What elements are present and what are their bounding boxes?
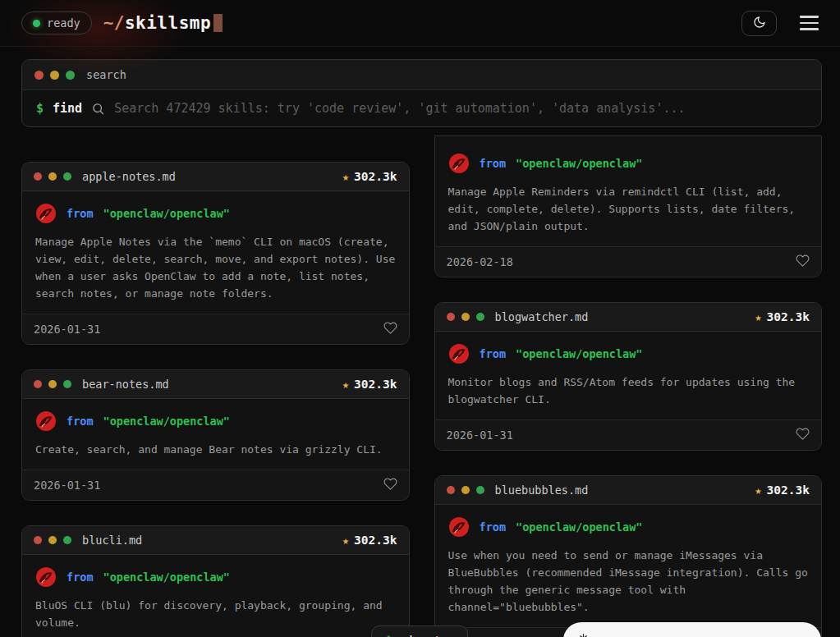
- skill-description: BluOS CLI (blu) for discovery, playback,…: [35, 597, 396, 631]
- star-icon: ★: [342, 378, 349, 391]
- skills-grid: apple-notes.md★302.3kfrom"openclaw/openc…: [21, 135, 822, 637]
- source-repo: "openclaw/openclaw": [516, 347, 642, 360]
- source-row: from"openclaw/openclaw": [448, 516, 809, 538]
- skill-filename: blucli.md: [82, 534, 142, 547]
- moon-icon: [753, 16, 766, 31]
- skill-card[interactable]: bluebubbles.md★302.3kfrom"openclaw/openc…: [434, 475, 823, 637]
- favorite-button[interactable]: [383, 477, 397, 493]
- scroll-to-top-button[interactable]: $ cd ↑ top: [371, 626, 468, 637]
- assistant-widget[interactable]: [563, 622, 821, 637]
- minimize-dot-icon: [48, 380, 57, 388]
- shell-prompt: $: [385, 634, 392, 637]
- search-terminal-window: search $ find: [21, 59, 822, 127]
- skill-card[interactable]: bear-notes.md★302.3kfrom"openclaw/opencl…: [21, 369, 410, 501]
- traffic-lights: [34, 71, 75, 80]
- star-count: ★302.3k: [342, 378, 397, 391]
- search-window-titlebar: search: [22, 60, 821, 90]
- skill-description: Monitor blogs and RSS/Atom feeds for upd…: [448, 373, 809, 408]
- skill-card-body: from"openclaw/openclaw"Use when you need…: [435, 505, 822, 627]
- skill-card-header: blogwatcher.md★302.3k: [435, 303, 822, 332]
- skill-filename: bluebubbles.md: [495, 483, 589, 497]
- source-repo: "openclaw/openclaw": [516, 520, 642, 534]
- star-count: ★302.3k: [755, 310, 810, 323]
- star-count: ★302.3k: [342, 170, 397, 183]
- search-input-row: $ find: [22, 90, 821, 126]
- skill-card-footer: 2026-01-31: [22, 314, 409, 344]
- status-badge: ready: [21, 11, 92, 34]
- skill-card[interactable]: blucli.md★302.3kfrom"openclaw/openclaw"B…: [21, 525, 410, 637]
- skill-card-header: apple-notes.md★302.3k: [22, 163, 409, 191]
- favorite-button[interactable]: [383, 321, 397, 337]
- star-icon: ★: [342, 534, 349, 547]
- close-dot-icon: [34, 536, 42, 544]
- skill-card-footer: 2026-01-31: [22, 470, 409, 500]
- skill-card-body: from"openclaw/openclaw"Manage Apple Note…: [22, 191, 409, 314]
- search-window-title: search: [86, 68, 126, 81]
- traffic-lights: [34, 536, 71, 544]
- skill-card-body: from"openclaw/openclaw"Create, search, a…: [22, 399, 409, 470]
- header-actions: [741, 11, 819, 36]
- close-dot-icon: [34, 71, 44, 80]
- source-row: from"openclaw/openclaw": [35, 410, 396, 432]
- skill-card-header: bluebubbles.md★302.3k: [435, 476, 822, 505]
- skill-filename: bear-notes.md: [82, 378, 169, 391]
- favorite-button[interactable]: [796, 427, 810, 443]
- terminal-cursor: [213, 14, 223, 32]
- traffic-lights: [34, 380, 71, 388]
- skill-card[interactable]: apple-notes.md★302.3kfrom"openclaw/openc…: [21, 162, 410, 345]
- traffic-lights: [447, 486, 484, 494]
- minimize-dot-icon: [50, 71, 59, 80]
- openclaw-avatar-icon: [448, 153, 470, 174]
- heart-icon: [796, 254, 810, 270]
- source-row: from"openclaw/openclaw": [448, 153, 809, 174]
- skill-description: Manage Apple Notes via the `memo` CLI on…: [35, 233, 396, 302]
- skill-card-body: from"openclaw/openclaw"Manage Apple Remi…: [435, 136, 822, 246]
- close-dot-icon: [447, 486, 455, 494]
- skill-filename: blogwatcher.md: [495, 310, 589, 323]
- openclaw-avatar-icon: [35, 566, 57, 588]
- theme-toggle-button[interactable]: [741, 11, 777, 36]
- traffic-lights: [34, 172, 71, 181]
- claw-widget-icon: [578, 631, 589, 637]
- heart-icon: [383, 477, 397, 493]
- find-command-label: find: [53, 101, 82, 116]
- source-row: from"openclaw/openclaw": [35, 203, 396, 224]
- skill-card-footer: 2026-01-31: [435, 419, 822, 450]
- favorite-button[interactable]: [796, 254, 810, 270]
- status-dot-icon: [33, 20, 40, 27]
- from-label: from: [67, 415, 94, 428]
- search-input[interactable]: [114, 101, 807, 116]
- top-bar: ready ~/skillsmp: [0, 0, 840, 47]
- openclaw-avatar-icon: [448, 343, 470, 364]
- heart-icon: [796, 427, 810, 443]
- source-row: from"openclaw/openclaw": [448, 343, 809, 364]
- title-name: skillsmp: [125, 13, 211, 33]
- from-label: from: [480, 347, 507, 360]
- skill-card-body: from"openclaw/openclaw"Monitor blogs and…: [435, 332, 822, 419]
- openclaw-avatar-icon: [448, 516, 470, 538]
- skill-card[interactable]: blogwatcher.md★302.3kfrom"openclaw/openc…: [434, 302, 823, 451]
- hamburger-icon: [800, 16, 819, 18]
- page-title: ~/skillsmp: [103, 13, 223, 33]
- title-prefix: ~/: [103, 13, 125, 33]
- minimize-dot-icon: [48, 172, 57, 181]
- from-label: from: [480, 157, 507, 170]
- grid-column-right: from"openclaw/openclaw"Manage Apple Remi…: [434, 135, 823, 637]
- hamburger-menu-button[interactable]: [800, 16, 819, 30]
- status-label: ready: [47, 16, 80, 30]
- skill-date: 2026-01-31: [34, 479, 100, 492]
- maximize-dot-icon: [63, 172, 71, 181]
- skill-description: Manage Apple Reminders via remindctl CLI…: [448, 183, 809, 235]
- star-count: ★302.3k: [755, 483, 810, 497]
- source-repo: "openclaw/openclaw": [516, 157, 642, 170]
- skill-card-header: blucli.md★302.3k: [22, 526, 409, 555]
- close-dot-icon: [447, 313, 455, 321]
- skill-date: 2026-01-31: [447, 428, 513, 442]
- shell-prompt: $: [36, 101, 44, 116]
- from-label: from: [480, 520, 507, 534]
- maximize-dot-icon: [66, 71, 75, 80]
- from-label: from: [67, 207, 94, 220]
- grid-column-left: apple-notes.md★302.3kfrom"openclaw/openc…: [21, 135, 410, 637]
- skill-card[interactable]: from"openclaw/openclaw"Manage Apple Remi…: [434, 135, 823, 277]
- skill-filename: apple-notes.md: [82, 170, 176, 183]
